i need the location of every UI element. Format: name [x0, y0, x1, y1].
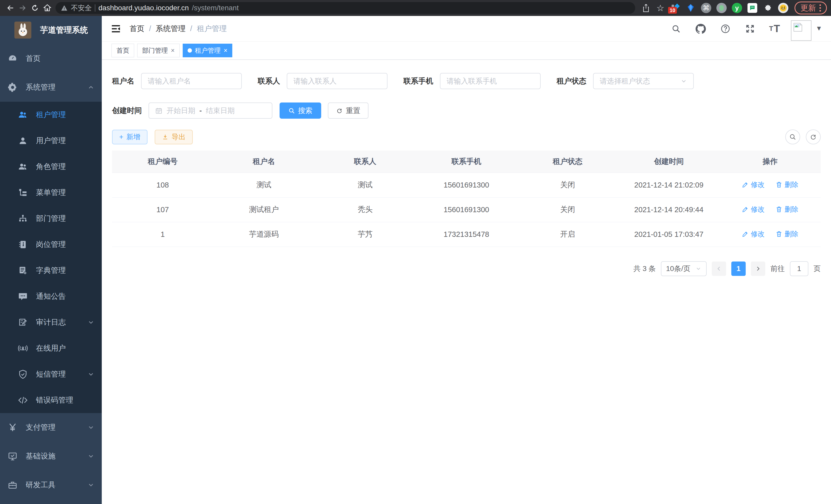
date-end-placeholder[interactable]: 结束日期	[206, 106, 235, 116]
share-button[interactable]	[640, 2, 652, 14]
extension-y-app[interactable]: y	[730, 2, 744, 14]
sidebar-item-role[interactable]: 角色管理	[0, 154, 102, 180]
avatar[interactable]	[791, 20, 811, 41]
current-page-button[interactable]: 1	[731, 262, 746, 276]
delete-button[interactable]: 删除	[775, 205, 798, 214]
mobile-field[interactable]	[440, 73, 541, 89]
extension-gem[interactable]	[684, 2, 697, 14]
export-button[interactable]: 导出	[155, 130, 193, 144]
logo-rabbit-image	[15, 22, 31, 38]
tenant-name-input[interactable]	[148, 77, 235, 85]
sidebar-item-menu[interactable]: 菜单管理	[0, 180, 102, 206]
address-bar[interactable]: 不安全 dashboard.yudao.iocoder.cn/system/te…	[56, 2, 635, 14]
profile-avatar[interactable]	[776, 2, 790, 14]
chevron-down-icon	[87, 424, 94, 431]
cell-contact: 测试	[315, 173, 416, 197]
edit-button[interactable]: 修改	[742, 205, 765, 214]
browser-home-button[interactable]	[41, 2, 53, 14]
sidebar-item-devtool[interactable]: 研发工具	[0, 471, 102, 499]
github-link[interactable]	[692, 20, 709, 37]
user-menu[interactable]: ▼	[791, 17, 822, 41]
browser-forward-button[interactable]	[17, 2, 29, 14]
mobile-input[interactable]	[447, 77, 534, 85]
date-separator: -	[199, 107, 202, 115]
tab-home[interactable]: 首页	[112, 44, 134, 57]
create-time-range-picker[interactable]: 开始日期 - 结束日期	[148, 102, 273, 119]
table-header-row: 租户编号 租户名 联系人 联系手机 租户状态 创建时间 操作	[112, 151, 821, 173]
status-placeholder: 请选择租户状态	[600, 76, 650, 86]
edit-button[interactable]: 修改	[742, 180, 765, 189]
browser-menu-icon[interactable]	[820, 4, 821, 11]
refresh-table-button[interactable]	[806, 129, 821, 144]
sidebar-item-sms[interactable]: 短信管理	[0, 361, 102, 387]
sidebar-item-system[interactable]: 系统管理	[0, 73, 102, 102]
notice-message-icon	[18, 292, 28, 301]
url-host[interactable]: dashboard.yudao.iocoder.cn	[98, 4, 189, 12]
page-size-select[interactable]: 10条/页	[661, 261, 707, 276]
sidebar-item-online-user[interactable]: 在线用户	[0, 335, 102, 361]
contact-input[interactable]	[293, 77, 381, 85]
extensions-menu[interactable]	[761, 2, 774, 14]
delete-button[interactable]: 删除	[775, 180, 798, 189]
sidebar-item-home[interactable]: 首页	[0, 44, 102, 73]
docs-help-button[interactable]	[717, 20, 734, 37]
sidebar-item-label: 在线用户	[36, 343, 94, 353]
breadcrumb-separator: /	[149, 24, 151, 33]
browser-reload-button[interactable]	[29, 2, 41, 14]
extension-tasks[interactable]: 10	[668, 2, 682, 14]
next-page-button[interactable]	[751, 262, 765, 276]
tab-tenant[interactable]: 租户管理 ×	[183, 44, 233, 57]
sidebar-item-post[interactable]: 岗位管理	[0, 232, 102, 258]
prev-page-button[interactable]	[712, 262, 726, 276]
table-row: 1 芋道源码 芋艿 17321315478 开启 2021-01-05 17:0…	[112, 222, 821, 246]
font-size-icon: T	[769, 25, 774, 33]
breadcrumb-system[interactable]: 系统管理	[156, 24, 185, 34]
date-start-placeholder[interactable]: 开始日期	[167, 106, 195, 116]
sidebar-item-label: 基础设施	[26, 451, 87, 462]
tenant-name-field[interactable]	[141, 73, 242, 89]
extension-chat[interactable]	[746, 2, 759, 14]
sidebar-logo[interactable]: 芋道管理系统	[0, 16, 102, 44]
col-created: 创建时间	[618, 151, 719, 173]
sidebar-item-audit-log[interactable]: 审计日志	[0, 309, 102, 335]
close-icon[interactable]: ×	[224, 47, 228, 54]
search-button[interactable]: 搜索	[280, 102, 321, 119]
security-label[interactable]: 不安全	[71, 3, 92, 12]
chat-extension-icon	[747, 3, 757, 13]
add-button[interactable]: + 新增	[112, 130, 147, 144]
sidebar-item-dept[interactable]: 部门管理	[0, 206, 102, 232]
extension-status[interactable]	[715, 2, 728, 14]
header-search-button[interactable]	[667, 20, 685, 37]
chrome-update-button[interactable]: 更新	[795, 2, 827, 14]
sidebar-toggle-button[interactable]	[111, 23, 121, 34]
breadcrumb-home[interactable]: 首页	[130, 24, 144, 34]
sidebar-item-label: 审计日志	[36, 317, 87, 328]
extension-command[interactable]: ⌘	[699, 2, 713, 14]
sidebar-item-infra[interactable]: 基础设施	[0, 442, 102, 471]
audit-log-icon	[18, 318, 28, 327]
sidebar-item-notice[interactable]: 通知公告	[0, 283, 102, 309]
fullscreen-button[interactable]	[742, 20, 758, 37]
sidebar-item-dict[interactable]: 字典管理	[0, 258, 102, 283]
delete-button[interactable]: 删除	[775, 229, 798, 239]
reset-button[interactable]: 重置	[328, 102, 369, 119]
goto-page-input[interactable]	[790, 261, 808, 276]
font-size-button[interactable]: TT	[766, 20, 783, 37]
cell-actions: 修改 删除	[719, 197, 821, 222]
edit-button[interactable]: 修改	[742, 229, 765, 239]
sidebar-item-errcode[interactable]: 错误码管理	[0, 387, 102, 413]
sidebar-item-tenant[interactable]: 租户管理	[0, 102, 102, 128]
status-select[interactable]: 请选择租户状态	[593, 73, 694, 89]
browser-back-button[interactable]	[4, 2, 17, 14]
bookmark-button[interactable]: ☆	[654, 2, 666, 14]
menu-tree-icon	[18, 188, 28, 198]
tab-dept[interactable]: 部门管理 ×	[137, 44, 180, 57]
sidebar-item-pay[interactable]: 支付管理	[0, 413, 102, 442]
close-icon[interactable]: ×	[171, 47, 175, 54]
sidebar-item-user[interactable]: 用户管理	[0, 128, 102, 154]
emoji-face-icon	[778, 3, 789, 13]
forward-arrow-icon	[18, 4, 27, 12]
contact-field[interactable]	[287, 73, 388, 89]
contact-label: 联系人	[258, 76, 280, 86]
toggle-search-button[interactable]	[785, 129, 800, 144]
